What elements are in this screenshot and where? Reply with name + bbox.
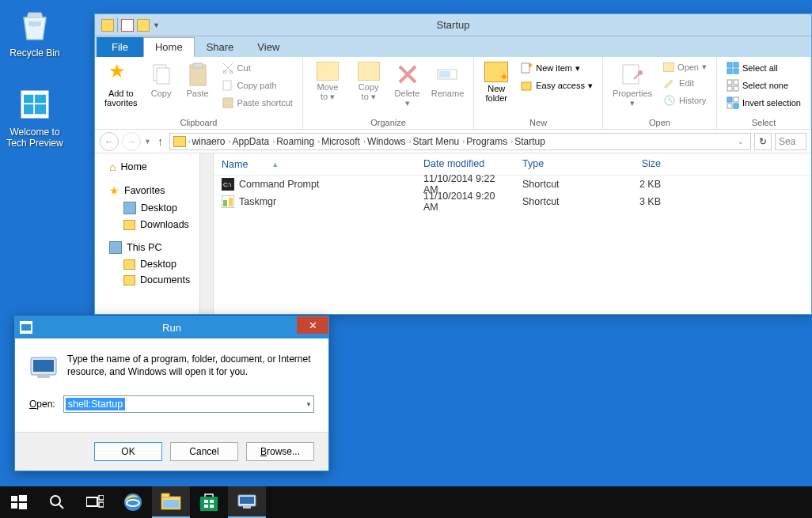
nav-thispc[interactable]: This PC [95, 239, 213, 256]
taskview-button[interactable] [76, 486, 114, 518]
start-button[interactable] [0, 486, 38, 518]
addr-dropdown-icon[interactable]: ⌄ [738, 138, 747, 146]
open-combobox[interactable]: shell:Startup ▼ [63, 395, 314, 413]
col-name[interactable]: Name▲ [214, 153, 415, 175]
svg-rect-59 [204, 505, 208, 508]
refresh-button[interactable]: ↻ [754, 133, 772, 150]
tab-home[interactable]: Home [143, 37, 195, 57]
recycle-bin-label: Recycle Bin [5, 47, 65, 59]
svg-rect-46 [19, 503, 27, 509]
copy-button[interactable]: Copy [146, 60, 177, 100]
crumb-6: Programs› [466, 136, 513, 147]
edit-button[interactable]: Edit [660, 75, 710, 91]
svg-rect-45 [11, 503, 17, 509]
nav-favorites[interactable]: ★Favorites [95, 182, 213, 199]
up-button[interactable]: ↑ [154, 134, 167, 148]
svg-text:✦: ✦ [527, 62, 533, 70]
svg-rect-58 [210, 500, 214, 503]
nav-fav-downloads[interactable]: Downloads [95, 217, 213, 233]
svg-rect-4 [35, 104, 46, 114]
svg-rect-26 [734, 80, 738, 85]
col-type[interactable]: Type [514, 153, 605, 175]
explorer-titlebar[interactable]: ▼ Startup [95, 14, 811, 36]
col-date[interactable]: Date modified [415, 153, 514, 175]
taskbar-explorer[interactable] [152, 486, 190, 518]
svg-rect-37 [229, 198, 233, 206]
nav-pane: ⌂Home ★Favorites Desktop Downloads This … [95, 153, 214, 314]
svg-rect-55 [163, 500, 179, 508]
ok-button[interactable]: OK [94, 442, 162, 461]
ribbon: ★Add to favorites Copy Paste Cut Copy pa… [95, 57, 811, 130]
qat-dropdown-icon[interactable]: ▼ [153, 21, 160, 29]
run-title-icon [20, 321, 32, 334]
svg-rect-28 [734, 86, 738, 91]
nav-home[interactable]: ⌂Home [95, 158, 213, 176]
properties-button[interactable]: Properties ▾ [609, 60, 655, 109]
qat-properties-icon[interactable] [121, 19, 134, 32]
svg-rect-48 [86, 497, 97, 506]
rename-button[interactable]: Rename [428, 60, 468, 100]
qat-folder-icon[interactable] [101, 19, 114, 32]
nav-fav-desktop[interactable]: Desktop [95, 199, 213, 217]
svg-rect-36 [223, 200, 227, 206]
tab-share[interactable]: Share [195, 37, 246, 57]
svg-rect-29 [727, 97, 732, 102]
new-folder-button[interactable]: ✦New folder [480, 60, 512, 104]
breadcrumb-bar[interactable]: › winaero› AppData› Roaming› Microsoft› … [169, 133, 751, 150]
navpane-scrollbar[interactable] [199, 153, 213, 314]
desktop-icon-welcome[interactable]: Welcome to Tech Preview [5, 85, 65, 149]
select-all-button[interactable]: Select all [723, 60, 804, 76]
run-message: Type the name of a program, folder, docu… [67, 353, 314, 381]
file-list: Name▲ Date modified Type Size C:\Command… [214, 153, 811, 314]
taskbar-ie[interactable] [114, 486, 152, 518]
svg-rect-54 [161, 493, 169, 497]
cut-button[interactable]: Cut [218, 60, 296, 76]
svg-text:C:\: C:\ [223, 181, 232, 188]
nav-pc-documents[interactable]: Documents [95, 272, 213, 288]
desktop-icon-recycle-bin[interactable]: Recycle Bin [5, 6, 65, 59]
select-none-button[interactable]: Select none [723, 78, 804, 93]
history-button[interactable]: History [660, 93, 710, 108]
delete-button[interactable]: Delete ▾ [391, 60, 423, 109]
svg-rect-1 [24, 95, 33, 104]
recent-dropdown-icon[interactable]: ▼ [144, 138, 151, 146]
add-to-favorites-button[interactable]: ★Add to favorites [101, 60, 141, 109]
taskbar-run[interactable] [228, 486, 266, 518]
combo-dropdown-icon[interactable]: ▼ [305, 401, 312, 408]
svg-point-19 [638, 70, 643, 75]
explorer-window: ▼ Startup File Home Share View ★Add to f… [94, 13, 812, 315]
back-button[interactable]: ← [100, 132, 119, 151]
new-item-button[interactable]: ✦New item ▾ [517, 60, 596, 76]
easy-access-button[interactable]: Easy access ▾ [517, 78, 596, 93]
crumb-4: Windows› [367, 136, 412, 147]
search-input[interactable]: Sea [775, 133, 806, 150]
col-size[interactable]: Size [605, 153, 669, 175]
run-titlebar[interactable]: Run ✕ [15, 316, 328, 338]
svg-rect-39 [21, 324, 31, 331]
browse-button[interactable]: Browse... [246, 442, 314, 461]
invert-selection-button[interactable]: Invert selection [723, 95, 804, 111]
open-button[interactable]: Open ▾ [660, 60, 710, 74]
crumb-7: Startup [514, 136, 545, 147]
paste-shortcut-button[interactable]: Paste shortcut [218, 95, 296, 111]
paste-button[interactable]: Paste [182, 60, 214, 100]
qat-newfolder-icon[interactable] [137, 19, 150, 32]
taskbar-store[interactable] [190, 486, 228, 518]
svg-rect-8 [193, 63, 203, 68]
copy-to-button[interactable]: Copy to ▾ [351, 60, 386, 103]
tab-view[interactable]: View [245, 37, 291, 57]
run-dialog: Run ✕ Type the name of a program, folder… [14, 316, 329, 471]
open-value: shell:Startup [66, 398, 125, 410]
forward-button[interactable]: → [122, 132, 141, 151]
copy-path-button[interactable]: Copy path [218, 78, 296, 93]
svg-rect-41 [33, 360, 54, 372]
svg-rect-57 [204, 500, 208, 503]
nav-pc-desktop[interactable]: Desktop [95, 256, 213, 272]
tab-file[interactable]: File [97, 37, 143, 57]
cancel-button[interactable]: Cancel [170, 442, 238, 461]
move-to-button[interactable]: Move to ▾ [309, 60, 346, 103]
file-row[interactable]: Taskmgr 11/10/2014 9:20 AM Shortcut 3 KB [214, 193, 811, 210]
welcome-label: Welcome to Tech Preview [5, 127, 65, 149]
search-button[interactable] [38, 486, 76, 518]
close-button[interactable]: ✕ [297, 316, 328, 334]
